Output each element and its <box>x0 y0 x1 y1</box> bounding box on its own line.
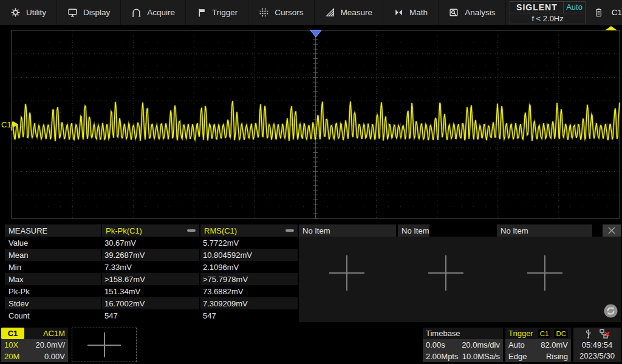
timebase-delay: 0.00s <box>426 340 445 349</box>
reset-statistics-button[interactable] <box>603 303 618 318</box>
channel1-chip[interactable]: C1 <box>1 328 24 339</box>
refresh-icon <box>603 303 618 318</box>
channel1-descriptor-box[interactable]: C1 AC1M 10X20.0mV/ 20M0.00V <box>1 328 68 362</box>
plus-icon <box>544 255 545 291</box>
timebase-descriptor-box[interactable]: Timebase 0.00s20.0ms/div 2.00Mpts10.0MSa… <box>423 328 503 362</box>
timebase-sample-rate: 10.0MSa/s <box>462 352 500 361</box>
menu-math[interactable]: Math <box>383 0 439 25</box>
menu-utility[interactable]: Utility <box>0 0 57 25</box>
measure-row-value: Value30.67mV5.7722mV <box>5 237 298 249</box>
plus-icon <box>104 332 105 357</box>
plus-icon <box>445 255 446 291</box>
measure-row-min: Min7.33mV2.1096mV <box>5 261 298 273</box>
measure-row-mean: Mean39.2687mV10.804592mV <box>5 249 298 261</box>
timebase-scale: 20.0ms/div <box>462 340 500 349</box>
add-measurement-button-2[interactable] <box>428 255 463 291</box>
menu-trigger[interactable]: Trigger <box>186 0 248 25</box>
bottom-status-bar: C1 AC1M 10X20.0mV/ 20M0.00V Timebase 0.0… <box>0 325 622 364</box>
clock-date: 2023/5/30 <box>579 351 615 361</box>
cursors-icon <box>259 7 269 18</box>
menu-trigger-label: Trigger <box>212 8 238 17</box>
active-dialog-channel: C1 <box>612 8 622 17</box>
measure-row-count: Count547547 <box>5 309 298 322</box>
trigger-title: Trigger <box>508 329 533 338</box>
measure-row-stdev: Stdev16.7002mV7.309209mV <box>5 297 298 309</box>
lan-disconnected-icon <box>600 329 610 339</box>
menu-display-label: Display <box>83 8 110 17</box>
trigger-level: 82.0mV <box>541 340 568 349</box>
acquisition-status: Auto <box>564 2 584 13</box>
trigger-slope: Rising <box>546 352 568 361</box>
menu-measure-label: Measure <box>341 8 373 17</box>
list-icon <box>594 7 603 18</box>
menu-display[interactable]: Display <box>57 0 121 25</box>
channel1-bandwidth: 20M <box>4 352 19 361</box>
trigger-mode: Auto <box>508 340 525 349</box>
measure-row-pkpk: Pk-Pk151.34mV73.6882mV <box>5 285 298 297</box>
math-icon <box>394 7 404 18</box>
waveform-graticule: C1 <box>0 26 622 223</box>
analysis-icon <box>449 7 459 18</box>
channel1-offset: 0.00V <box>44 352 65 361</box>
add-channel-button[interactable] <box>72 328 137 362</box>
menu-acquire-label: Acquire <box>147 8 175 17</box>
remove-measurement-icon[interactable] <box>187 229 196 232</box>
menu-acquire[interactable]: Acquire <box>121 0 186 25</box>
menu-cursors-label: Cursors <box>275 8 303 17</box>
waveform-display-area[interactable]: C1 <box>0 26 622 223</box>
remove-measurement-icon[interactable] <box>285 229 294 232</box>
frequency-counter: f < 2.0Hz <box>510 13 584 24</box>
channel1-probe: 10X <box>4 340 18 349</box>
clock-time: 05:49:54 <box>582 340 613 350</box>
measure-row-max: Max>158.67mV>75.7978mV <box>5 273 298 285</box>
menu-analysis[interactable]: Analysis <box>439 0 506 25</box>
channel1-scale: 20.0mV/ <box>36 340 65 349</box>
add-measurement-button-3[interactable] <box>527 255 562 291</box>
flag-icon <box>196 7 207 18</box>
measure-column-rms[interactable]: RMS(C1) <box>200 224 298 237</box>
usb-icon <box>584 329 592 339</box>
trigger-source-badge: C1 <box>538 329 551 338</box>
timebase-memory: 2.00Mpts <box>426 352 458 361</box>
measure-panel: MEASURE Pk-Pk(C1) RMS(C1) No Item No Ite… <box>0 223 622 325</box>
measure-panel-title: MEASURE <box>5 224 101 237</box>
measure-column-pkpk[interactable]: Pk-Pk(C1) <box>102 224 199 237</box>
menu-measure[interactable]: Measure <box>315 0 384 25</box>
top-menu-bar: Utility Display Acquire Trigger Cursors … <box>0 0 622 26</box>
channel1-coupling: AC1M <box>24 328 68 339</box>
trigger-descriptor-box[interactable]: Trigger C1 DC Auto82.0mV EdgeRising <box>505 328 571 362</box>
measure-column-empty-2[interactable]: No Item <box>398 224 429 237</box>
close-measure-panel-button[interactable] <box>603 224 621 237</box>
trigger-position-marker[interactable] <box>310 30 321 37</box>
acquire-icon <box>131 7 142 18</box>
add-measurement-button-1[interactable] <box>329 255 364 291</box>
timebase-title: Timebase <box>426 329 460 338</box>
trigger-status-block: SIGLENT Auto f < 2.0Hz <box>510 1 585 24</box>
clock-box: 05:49:54 2023/5/30 <box>573 328 621 362</box>
trigger-coupling-badge: DC <box>554 329 568 338</box>
plus-icon <box>346 255 347 291</box>
measure-column-empty-1[interactable]: No Item <box>299 224 396 237</box>
menu-cursors[interactable]: Cursors <box>248 0 314 25</box>
display-icon <box>67 7 78 18</box>
trigger-type: Edge <box>508 352 527 361</box>
active-dialog-indicator[interactable]: C1 <box>594 0 622 25</box>
menu-utility-label: Utility <box>26 8 46 17</box>
measure-icon <box>325 7 335 18</box>
menu-analysis-label: Analysis <box>465 8 495 17</box>
measure-column-empty-3[interactable]: No Item <box>497 224 592 237</box>
siglent-logo: SIGLENT <box>510 2 564 13</box>
menu-math-label: Math <box>409 8 428 17</box>
close-icon <box>607 226 617 235</box>
channel1-offset-label: C1 <box>1 120 12 129</box>
trigger-level-marker[interactable] <box>605 26 617 30</box>
gear-icon <box>10 7 21 18</box>
